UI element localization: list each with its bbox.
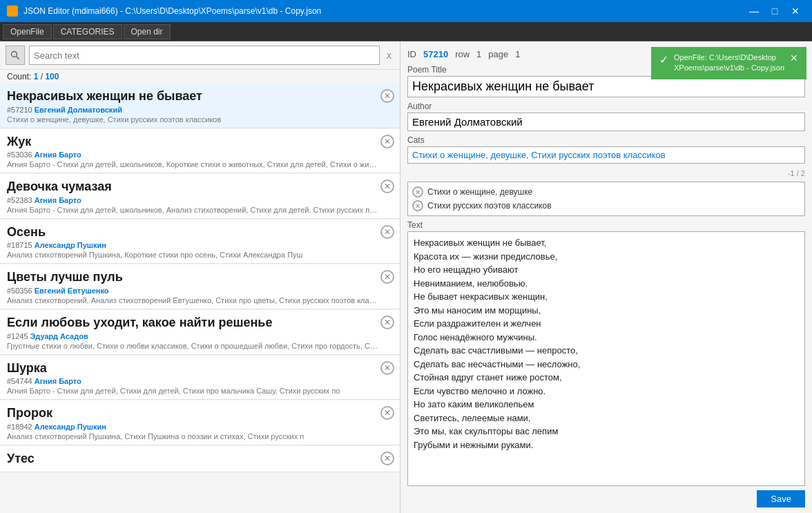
cats-input[interactable] [407, 146, 805, 164]
cat-tag-2-label: Стихи русских поэтов классиков [427, 201, 552, 211]
save-button[interactable]: Save [757, 490, 805, 507]
poem-author: Агния Барто [35, 377, 81, 385]
poem-list-item[interactable]: Шурка #54744 Агния Барто Агния Барто - С… [0, 356, 400, 400]
cat-tag-1-remove[interactable]: ✕ [412, 186, 423, 197]
poem-remove-button[interactable]: ✕ [380, 180, 394, 193]
poem-remove-button[interactable]: ✕ [380, 89, 394, 103]
poem-list-item[interactable]: Осень #18715 Александр Пушкин Анализ сти… [0, 220, 400, 264]
total-count: 100 [45, 72, 59, 81]
toolbar: OpenFile CATEGORIES Open dir [0, 22, 812, 41]
save-btn-row: Save [407, 490, 805, 507]
title-bar-controls: — □ ✕ [744, 4, 805, 18]
svg-point-0 [12, 52, 17, 57]
search-bar: x [0, 41, 400, 70]
cats-count-bar: -1 / 2 [407, 169, 805, 177]
poem-author: Агния Барто [35, 196, 81, 204]
poem-author: Александр Пушкин [35, 241, 106, 249]
poem-id: #57210 [7, 106, 35, 114]
poem-list-item[interactable]: Цветы лучше пуль #50356 Евгений Евтушенк… [0, 264, 400, 309]
poem-list-item[interactable]: Жук #53036 Агния Барто Агния Барто - Сти… [0, 129, 400, 174]
poem-id: #18942 [7, 423, 35, 431]
maximize-button[interactable]: □ [765, 4, 784, 18]
poem-title: Утес [7, 452, 379, 467]
poem-remove-button[interactable]: ✕ [380, 406, 394, 420]
poem-cats: Агния Барто - Стихи для детей, школьнико… [7, 206, 379, 214]
poem-title: Если любовь уходит, какое найти решенье [7, 316, 379, 331]
poem-list-item[interactable]: Утес ✕ [0, 446, 400, 473]
poem-title: Шурка [7, 361, 379, 376]
poem-remove-button[interactable]: ✕ [380, 361, 394, 375]
poem-title: Осень [7, 225, 379, 240]
poem-author: Агния Барто [35, 151, 81, 159]
row-label: row [455, 49, 470, 59]
poem-id: #1245 [7, 332, 30, 340]
right-panel: ID 57210 row 1 page 1 Open ✓ OpenFile: C… [400, 41, 812, 513]
poem-id: #50356 [7, 287, 35, 295]
poem-list-item[interactable]: Некрасивых женщин не бывает #57210 Евген… [0, 84, 400, 128]
poem-remove-button[interactable]: ✕ [380, 225, 394, 239]
minimize-button[interactable]: — [744, 4, 764, 18]
poem-remove-button[interactable]: ✕ [380, 270, 394, 284]
check-icon: ✓ [659, 53, 668, 66]
text-field-group: Text [407, 220, 805, 486]
cats-tags-area: ✕ Стихи о женщине, девушке ✕ Стихи русск… [407, 182, 805, 216]
text-label: Text [407, 220, 805, 230]
cat-tag-2: ✕ Стихи русских поэтов классиков [412, 200, 800, 211]
open-dir-button[interactable]: Open dir [124, 24, 171, 39]
search-clear-button[interactable]: x [384, 48, 394, 62]
poem-title: Некрасивых женщин не бывает [7, 89, 379, 104]
poem-author: Александр Пушкин [35, 423, 106, 431]
poem-list[interactable]: Некрасивых женщин не бывает #57210 Евген… [0, 84, 400, 513]
author-field-group: Author [407, 101, 805, 131]
open-file-button[interactable]: OpenFile [3, 24, 52, 39]
categories-button[interactable]: CATEGORIES [53, 24, 122, 39]
poem-remove-button[interactable]: ✕ [380, 135, 394, 148]
notification-close-button[interactable]: ✕ [790, 52, 798, 64]
poem-author: Эдуард Асадов [30, 332, 88, 340]
app-icon [7, 6, 18, 17]
author-label: Author [407, 101, 805, 111]
poem-cats: Анализ стихотворений, Анализ стихотворен… [7, 296, 379, 304]
text-textarea[interactable] [407, 231, 805, 486]
poem-cats: Агния Барто - Стихи для детей, Стихи для… [7, 387, 379, 395]
author-input[interactable] [407, 113, 805, 131]
title-bar: JSON Editor (mdimai666) - C:\Users\D\Des… [0, 0, 812, 22]
id-label: ID [407, 49, 416, 59]
main-container: x Count: 1 / 100 Некрасивых женщин не бы… [0, 41, 812, 513]
poem-cats: Грустные стихи о любви, Стихи о любви кл… [7, 342, 379, 350]
poem-list-item[interactable]: Пророк #18942 Александр Пушкин Анализ ст… [0, 400, 400, 445]
poem-author: Евгений Долматовский [35, 106, 122, 114]
cats-count: -1 / 2 [788, 169, 805, 177]
cat-tag-1-label: Стихи о женщине, девушке [427, 187, 532, 197]
search-icon [10, 50, 20, 60]
left-panel: x Count: 1 / 100 Некрасивых женщин не бы… [0, 41, 400, 513]
close-button[interactable]: ✕ [786, 4, 805, 18]
count-bar: Count: 1 / 100 [0, 70, 400, 84]
notification-text: OpenFile: C:\Users\D\DesktopXPoems\parse… [674, 52, 784, 74]
poem-title: Пророк [7, 406, 379, 421]
poem-title: Цветы лучше пуль [7, 270, 379, 285]
poem-title: Жук [7, 135, 379, 150]
poem-list-item[interactable]: Если любовь уходит, какое найти решенье … [0, 310, 400, 355]
cat-tag-1: ✕ Стихи о женщине, девушке [412, 186, 800, 197]
poem-author: Евгений Евтушенко [35, 287, 109, 295]
poem-remove-button[interactable]: ✕ [380, 452, 394, 465]
poem-id: #54744 [7, 377, 35, 385]
poem-id: #18715 [7, 241, 35, 249]
current-count: 1 [34, 72, 39, 81]
poem-cats: Анализ стихотворений Пушкина, Короткие с… [7, 251, 379, 259]
cat-tag-2-remove[interactable]: ✕ [412, 200, 423, 211]
poem-cats: Стихи о женщине, девушке, Стихи русских … [7, 115, 379, 124]
title-bar-title: JSON Editor (mdimai666) - C:\Users\D\Des… [23, 6, 739, 16]
poem-title: Девочка чумазая [7, 180, 379, 195]
row-value: 1 [476, 49, 481, 59]
search-icon-button[interactable] [6, 46, 25, 65]
poem-id: #52383 [7, 196, 35, 204]
notification-box: ✓ OpenFile: C:\Users\D\DesktopXPoems\par… [651, 47, 806, 79]
id-value: 57210 [423, 49, 448, 59]
poem-remove-button[interactable]: ✕ [380, 316, 394, 329]
search-input[interactable] [29, 46, 380, 65]
poem-list-item[interactable]: Девочка чумазая #52383 Агния Барто Агния… [0, 174, 400, 219]
page-value: 1 [515, 49, 520, 59]
svg-line-1 [17, 57, 20, 60]
